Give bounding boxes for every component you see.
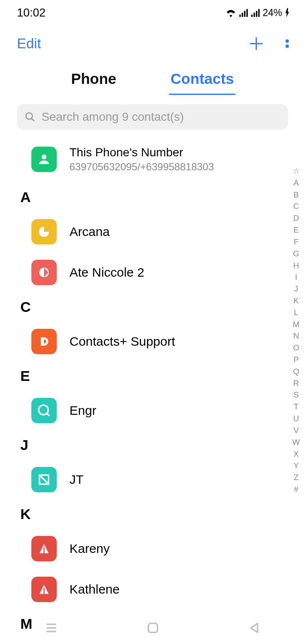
index-letter[interactable]: Q: [293, 366, 299, 377]
status-right: 24%: [225, 7, 290, 19]
svg-rect-6: [256, 11, 257, 17]
index-letter[interactable]: R: [293, 378, 299, 389]
contact-row[interactable]: Arcana: [0, 211, 305, 252]
index-letter[interactable]: L: [294, 308, 299, 318]
index-letter[interactable]: S: [294, 390, 299, 400]
alpha-index[interactable]: ☆ ABCDEFGHIJKLMNOPQRSTUVWXYZ#: [292, 166, 300, 494]
contact-avatar: [31, 398, 57, 423]
contact-row[interactable]: Kathlene: [0, 569, 305, 610]
index-letter[interactable]: A: [294, 178, 299, 188]
contact-row[interactable]: Ate Niccole 2: [0, 252, 305, 293]
index-letter[interactable]: U: [293, 414, 299, 424]
svg-line-13: [31, 118, 34, 121]
back-button[interactable]: [247, 621, 261, 635]
edit-button[interactable]: Edit: [17, 36, 41, 52]
svg-point-10: [286, 39, 289, 43]
search-placeholder: Search among 9 contact(s): [42, 110, 184, 124]
system-nav-bar: [0, 614, 305, 644]
svg-rect-4: [251, 14, 252, 17]
tabs: Phone Contacts: [0, 62, 305, 95]
svg-rect-1: [242, 13, 243, 17]
battery-text: 24%: [263, 7, 282, 19]
contact-avatar: [31, 536, 57, 561]
contact-name: Kareny: [69, 541, 110, 556]
svg-rect-24: [148, 623, 157, 632]
contact-row[interactable]: JT: [0, 459, 305, 500]
contact-row[interactable]: Engr: [0, 390, 305, 431]
index-letter[interactable]: B: [294, 190, 299, 200]
wifi-icon: [225, 8, 236, 17]
contact-avatar: [31, 260, 57, 285]
more-options-button[interactable]: [285, 37, 290, 50]
search-icon: [25, 111, 36, 122]
index-letter[interactable]: T: [294, 402, 299, 412]
svg-rect-15: [41, 337, 44, 346]
section-C: C: [0, 293, 305, 321]
contact-avatar: [31, 219, 57, 244]
section-A: A: [0, 183, 305, 211]
index-letter[interactable]: O: [293, 343, 299, 353]
own-number-avatar: [31, 147, 57, 172]
contact-row[interactable]: Contacts+ Support: [0, 321, 305, 362]
svg-rect-7: [258, 9, 260, 17]
svg-rect-2: [244, 11, 245, 17]
search-input[interactable]: Search among 9 contact(s): [17, 104, 288, 130]
index-letter[interactable]: J: [294, 284, 298, 294]
section-K: K: [0, 500, 305, 528]
charging-icon: [285, 8, 290, 17]
header: Edit: [0, 25, 305, 62]
index-star-icon[interactable]: ☆: [293, 166, 300, 176]
index-letter[interactable]: H: [293, 261, 299, 271]
index-letter[interactable]: D: [293, 213, 299, 223]
index-letter[interactable]: #: [294, 484, 299, 494]
home-button[interactable]: [146, 621, 160, 635]
index-letter[interactable]: P: [294, 355, 299, 365]
index-letter[interactable]: W: [292, 437, 300, 447]
signal2-icon: [251, 8, 260, 17]
index-letter[interactable]: Z: [294, 472, 299, 483]
tab-phone[interactable]: Phone: [69, 66, 118, 95]
section-E: E: [0, 362, 305, 390]
svg-point-11: [286, 44, 289, 48]
contacts-list: This Phone's Number 639705632095/+639958…: [0, 133, 305, 644]
contact-name: Engr: [69, 403, 96, 418]
index-letter[interactable]: E: [294, 225, 299, 235]
svg-point-12: [26, 113, 32, 119]
index-letter[interactable]: M: [293, 319, 299, 330]
own-number-row[interactable]: This Phone's Number 639705632095/+639958…: [0, 141, 305, 183]
signal1-icon: [239, 8, 248, 17]
add-contact-button[interactable]: [248, 36, 264, 52]
index-letter[interactable]: Y: [294, 461, 299, 471]
index-letter[interactable]: C: [293, 201, 299, 211]
index-letter[interactable]: N: [293, 331, 299, 341]
svg-rect-5: [254, 13, 255, 17]
index-letter[interactable]: X: [294, 449, 299, 459]
recent-apps-button[interactable]: [44, 621, 58, 635]
svg-line-17: [47, 413, 50, 416]
index-letter[interactable]: G: [293, 249, 299, 259]
svg-rect-3: [247, 9, 248, 17]
index-letter[interactable]: I: [295, 272, 297, 282]
tab-contacts[interactable]: Contacts: [169, 66, 236, 95]
index-letter[interactable]: K: [294, 296, 299, 306]
svg-rect-0: [239, 14, 241, 17]
contact-row[interactable]: Kareny: [0, 528, 305, 569]
own-number-title: This Phone's Number: [69, 146, 214, 159]
status-bar: 10:02 24%: [0, 0, 305, 25]
section-J: J: [0, 431, 305, 459]
contact-avatar: [31, 329, 57, 354]
contact-name: Arcana: [69, 225, 110, 239]
contact-avatar: [31, 577, 57, 602]
index-letter[interactable]: F: [294, 237, 299, 247]
contact-avatar: [31, 467, 57, 492]
status-time: 10:02: [17, 6, 46, 19]
contact-name: Contacts+ Support: [69, 334, 175, 349]
index-letter[interactable]: V: [294, 425, 299, 436]
contact-name: JT: [69, 472, 83, 487]
contact-name: Ate Niccole 2: [69, 265, 144, 280]
own-number-sub: 639705632095/+639958818303: [69, 161, 214, 173]
contact-name: Kathlene: [69, 582, 119, 597]
